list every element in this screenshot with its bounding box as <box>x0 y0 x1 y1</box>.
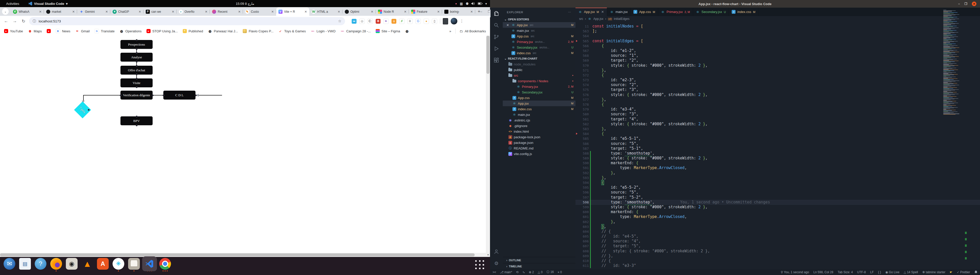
browser-menu-button[interactable]: ⋮ <box>460 19 464 24</box>
code-line-601[interactable]: 601 type: MarkerType.ArrowClosed, <box>576 214 980 219</box>
browser-tab-market[interactable]: market✕ <box>44 7 77 16</box>
address-bar[interactable]: ⓘ localhost:5173 ☆ <box>29 17 345 25</box>
editor-tab-app-css[interactable]: #App.cssM <box>631 8 658 16</box>
status-remote[interactable]: >< <box>493 270 496 274</box>
code-line-589[interactable]: 589 style: { stroke: "#000", strokeWidth… <box>576 156 980 161</box>
node-handle[interactable] <box>136 86 138 88</box>
breadcrumb-item[interactable]: src <box>579 17 583 21</box>
tab-close-icon[interactable]: ✕ <box>105 10 108 14</box>
code-line-581[interactable]: 581 target: "4", <box>576 117 980 122</box>
translate-extension-icon[interactable]: G <box>415 19 421 24</box>
explorer-icon[interactable] <box>490 8 503 19</box>
code-line-607[interactable]: 607 // target: "5", <box>576 244 980 248</box>
node-handle[interactable] <box>136 61 138 63</box>
node-handle[interactable] <box>88 109 89 111</box>
node-handle[interactable] <box>136 52 138 54</box>
extensions-icon[interactable] <box>490 54 503 66</box>
code-line-592[interactable]: 592 }, <box>576 171 980 175</box>
tree-item-components-nodes[interactable]: components / Nodes● <box>503 78 576 84</box>
node-handle[interactable] <box>136 39 138 41</box>
tree-item-app-jsx[interactable]: ⚛App.jsxM <box>503 101 576 106</box>
search-icon[interactable] <box>490 19 503 31</box>
bookmark-gmail[interactable]: MGmail <box>75 29 89 33</box>
code-line-574[interactable]: 574 source: "2", <box>576 82 980 87</box>
bookmark-translate[interactable]: GTranslate <box>94 29 115 33</box>
code-line-563[interactable]: 563]; <box>576 29 980 33</box>
status-bell[interactable] <box>974 270 977 274</box>
dock-item-chrome[interactable] <box>159 258 171 272</box>
bookmark-site-figma[interactable]: Site – Figma <box>375 29 400 33</box>
tree-item-node-modules[interactable]: node_modules <box>503 62 576 67</box>
recording-indicator-icon[interactable]: ● <box>455 2 457 5</box>
status-errors[interactable]: ⊗ 2 <box>529 270 534 274</box>
code-line-599[interactable]: 599 style: { stroke: "#000", strokeWidth… <box>576 205 980 210</box>
node-handle[interactable] <box>120 95 121 96</box>
tab-close-icon[interactable]: ✕ <box>172 10 174 14</box>
scroll-down-arrow[interactable]: ▼ <box>487 254 489 256</box>
node-handle[interactable] <box>136 48 138 50</box>
status-person[interactable]: ⚲ You, 1 second ago <box>781 270 809 274</box>
code-line-569[interactable]: 569 target: "2", <box>576 58 980 63</box>
status-warnings[interactable]: △ 0 <box>538 270 542 274</box>
sidebar-panel-outline[interactable]: ›OUTLINE <box>503 257 576 263</box>
tree-item-src[interactable]: src● <box>503 73 576 78</box>
tab-close-icon[interactable]: ✕ <box>338 10 340 14</box>
browser-tab-boring-[interactable]: boring-✕ <box>442 7 475 16</box>
tree-item-vite-config-js[interactable]: Vvite.config.js <box>503 151 576 156</box>
browser-tab-vite-r[interactable]: VVite + R✕ <box>276 7 309 16</box>
open-editor-main-jsx[interactable]: ⚛main.jsxsrc <box>503 28 576 33</box>
clipboard-extension-icon[interactable]: ▯ <box>432 19 437 24</box>
code-line-584[interactable]: 584 { <box>576 131 980 136</box>
status-check[interactable]: ✓ Prettier <box>957 270 970 274</box>
code-line-567[interactable]: 567 id: "e1-2", <box>576 48 980 53</box>
tree-item-public[interactable]: public <box>503 67 576 73</box>
flow-node-visite[interactable]: Visite <box>121 78 153 87</box>
tab-close-icon[interactable]: ✕ <box>39 10 41 14</box>
all-bookmarks-button[interactable]: 🗀 All Bookmarks <box>460 29 486 33</box>
code-line-597[interactable]: 597 target: "5-2", <box>576 195 980 200</box>
code-line-602[interactable]: 602 }, <box>576 220 980 224</box>
open-editor-secondary-jsx[interactable]: ⚛Secondary.jsxsrc/co...U <box>503 44 576 50</box>
bookmark-campaign-28-[interactable]: vwoCampaign 28 -... <box>340 29 371 33</box>
code-line-577[interactable]: 577 }, <box>576 97 980 102</box>
flow-node-bpv[interactable]: BPV <box>121 116 153 125</box>
browser-tab-gemini[interactable]: ✦Gemini✕ <box>77 7 110 16</box>
node-handle[interactable] <box>152 95 154 96</box>
show-applications-button[interactable] <box>475 260 485 270</box>
code-line-587[interactable]: 587 target: "5-1", <box>576 146 980 151</box>
browser-tab-node-r[interactable]: Node R✕ <box>375 7 409 16</box>
browser-tab-can-we[interactable]: Pcan we✕ <box>143 7 177 16</box>
bookmark-stop-using-ja-[interactable]: ▸STOP Using Ja... <box>146 29 178 33</box>
vertical-scroll-thumb[interactable] <box>487 36 490 74</box>
browser-tab-chatgp[interactable]: ✳ChatGP✕ <box>110 7 143 16</box>
forward-button[interactable]: → <box>12 19 18 24</box>
node-handle[interactable] <box>136 65 138 67</box>
chevron-down-icon[interactable]: ▾ <box>485 2 487 6</box>
adblock-extension-icon[interactable]: ✥ <box>375 19 380 24</box>
bookmark-toys-games[interactable]: ➹Toys & Games <box>278 29 306 33</box>
dock-item-libreoffice[interactable]: ▤ <box>19 258 31 272</box>
status-ln-598-col-28[interactable]: Ln 598, Col 28 <box>813 270 833 274</box>
browser-tab-overflo[interactable]: ◗Overflo✕ <box>177 7 210 16</box>
code-line-575[interactable]: 575 target: "3", <box>576 87 980 92</box>
dock-item-software[interactable]: A <box>97 258 109 272</box>
system-tray[interactable]: ●▦⚉▾ <box>455 2 487 6</box>
target-circle-extension-icon[interactable]: ◎ <box>360 19 365 24</box>
horizontal-scroll-thumb[interactable] <box>0 253 475 256</box>
flow-node-prospections[interactable]: Prospections <box>121 40 153 49</box>
dock-item-slack[interactable]: ✳ <box>113 258 124 272</box>
account-icon[interactable] <box>490 246 503 258</box>
react-flow-canvas[interactable]: ProspectionsAnalyseOffre d'achatVisiteVe… <box>0 37 486 253</box>
code-line-604[interactable]: 604 // { <box>576 229 980 234</box>
flow-node-analyse[interactable]: Analyse <box>121 53 153 62</box>
tree-item-package-lock-json[interactable]: 🔒package-lock.json <box>503 134 576 140</box>
code-line-594[interactable]: 594 { <box>576 180 980 185</box>
code-line-585[interactable]: 585 id: "e5-5-1", <box>576 136 980 141</box>
status-sync[interactable]: ⟲ <box>516 270 519 274</box>
code-line-583[interactable]: 583 }, <box>576 126 980 131</box>
site-info-icon[interactable]: ⓘ <box>33 19 36 24</box>
tree-item-readme-md[interactable]: ⓘREADME.md <box>503 145 576 151</box>
code-line-610[interactable]: 610 // { <box>576 258 980 263</box>
source-control-icon[interactable] <box>490 31 503 43</box>
status-tower[interactable]: ⌖ 0 <box>558 270 562 274</box>
